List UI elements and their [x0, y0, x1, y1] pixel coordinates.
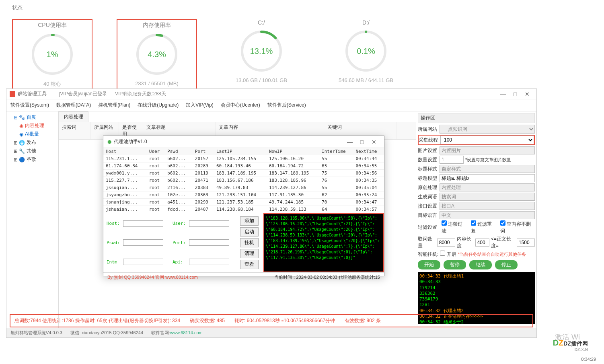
tab-content[interactable]: 内容处理: [59, 111, 88, 122]
iface-input[interactable]: [440, 202, 535, 210]
orig-label: 原创处理: [418, 184, 438, 191]
filter-label: 过滤设置: [418, 224, 438, 231]
minimize-button[interactable]: —: [497, 91, 509, 97]
titlemodel-label: 标题模型: [418, 175, 438, 182]
count-input[interactable]: [440, 156, 464, 164]
wordcount-input[interactable]: [437, 239, 455, 247]
contlen-input[interactable]: [475, 239, 489, 247]
proxy-add-button[interactable]: 添加: [240, 216, 259, 226]
proxy-row[interactable]: jshuaian....rootfdcd...20407114.238.68.1…: [103, 206, 384, 213]
proxy-api-input[interactable]: [189, 259, 229, 265]
titlestyle-input[interactable]: [440, 165, 535, 173]
stats-c: 耗时: 604.0529813秒 ≈10.0675498366667分钟: [234, 317, 335, 324]
stats-a: 总词数:7944 使用统计:1786 操作超时: 65次 代理出错(服务器切换I…: [14, 317, 180, 324]
genword-input[interactable]: [440, 193, 535, 201]
bottom-stats: 总词数:7944 使用统计:1786 操作超时: 65次 代理出错(服务器切换I…: [10, 314, 533, 327]
proxy-row[interactable]: jsnanjing...roota451...20299121.237.53.1…: [103, 199, 384, 206]
proxy-row[interactable]: jsyangzho...root102e...20363121.233.151.…: [103, 191, 384, 199]
proxy-col-User: User: [147, 148, 165, 155]
proxy-row[interactable]: ywdx001.y...rootb602...20119183.147.189.…: [103, 170, 384, 177]
tree-ai[interactable]: ◉ AI批量: [8, 130, 57, 138]
iface-label: 接口设置: [418, 203, 438, 210]
menu-item[interactable]: 在线升级(Upgrade): [138, 102, 179, 109]
menu-item[interactable]: 软件设置(System): [10, 102, 49, 109]
tree-baidu[interactable]: ⊟ 🐾 百度: [8, 113, 57, 121]
right-panel: 操作区 所属网站一点知识网 采集线程100 图片设置 数量设置*设置每篇文章图片…: [416, 111, 536, 328]
menu-item[interactable]: 数据管理(DATA): [56, 102, 91, 109]
proxy-host-input[interactable]: [123, 220, 163, 227]
stop-button[interactable]: 停止: [495, 260, 518, 269]
menu-item[interactable]: 加入VIP(Vip): [186, 102, 213, 109]
gauge-C:/: C:/13.1%13.06 GB / 100.01 GB: [221, 19, 302, 90]
proxy-intm-label: Intm: [107, 259, 120, 265]
tree-content[interactable]: ◉ 内容处理: [8, 121, 57, 130]
titlemodel-input[interactable]: [440, 174, 535, 182]
user-status: [VIP会员]wujian已登录: [59, 90, 107, 97]
titlebar: 群站管理工具 [VIP会员]wujian已登录 VIP剩余服务天数:288天 —…: [6, 89, 536, 99]
img-input[interactable]: [440, 146, 535, 154]
menu-item[interactable]: 会员中心(Ucenter): [221, 102, 260, 109]
proxy-table: HostUserPswdPortLastIPNowIPInterTimeNext…: [103, 148, 384, 213]
close-button[interactable]: ✕: [521, 91, 533, 97]
site-select[interactable]: 一点知识网: [440, 125, 535, 134]
filter-cb-a[interactable]: 违禁过滤: [442, 220, 467, 234]
proxy-icon: ⬢: [107, 139, 111, 145]
stats-b: 确实没数据: 485: [190, 317, 225, 324]
tree-publish[interactable]: ⊞ 🌐 发布: [8, 138, 57, 147]
menu-item[interactable]: 软件售后(Service): [267, 102, 306, 109]
start-button[interactable]: 开始: [418, 260, 440, 269]
proxy-api-label: Api:: [173, 259, 186, 265]
maximize-button[interactable]: □: [509, 91, 521, 97]
proxy-maximize[interactable]: □: [356, 139, 368, 145]
status-site-link[interactable]: www.68114.com: [170, 330, 203, 335]
lang-input[interactable]: [440, 211, 535, 219]
proxy-user-input[interactable]: [189, 220, 229, 227]
gauges-row: CPU使用率1%40 核心内存使用率4.3%2831 / 65501 (MB)C…: [12, 15, 592, 94]
proxy-row[interactable]: jssuqian....root2f16...2038349.89.179.83…: [103, 184, 384, 191]
pause-button[interactable]: 暂停: [444, 260, 466, 269]
sidebar-tree: ⊟ 🐾 百度 ◉ 内容处理 ◉ AI批量 ⊞ 🌐 发布 ⊞ 🔧 其他 ⊞ 🔵 谷…: [6, 111, 59, 328]
proxy-close[interactable]: ✕: [368, 139, 380, 145]
proxy-port-label: Port:: [173, 240, 186, 245]
proxy-row[interactable]: 115.231.1...rootb602...20157125.105.234.…: [103, 155, 384, 162]
status-wx: 微信: xiaodaoyu2015 QQ:359946244: [70, 330, 143, 336]
dz-logo: DZDZ插件网DZ-X.N: [553, 338, 588, 352]
tree-other[interactable]: ⊞ 🔧 其他: [8, 147, 57, 155]
proxy-view-button[interactable]: 查看: [240, 260, 259, 269]
proxy-log: \"183.128.185.96\",\"UsageCount\":58},{\…: [263, 213, 384, 272]
resume-button[interactable]: 继续: [469, 260, 492, 269]
proxy-minimize[interactable]: —: [344, 139, 356, 145]
filter-cb-b[interactable]: 过滤重复: [471, 220, 496, 234]
filter-cb-c[interactable]: 空内容不删词: [500, 220, 535, 234]
bodylen-input[interactable]: [517, 239, 535, 247]
proxy-pswd-label: Pswd:: [107, 240, 120, 245]
proxy-hang-button[interactable]: 挂机: [240, 238, 259, 247]
app-title: 群站管理工具: [18, 90, 47, 97]
proxy-pswd-input[interactable]: [123, 239, 163, 246]
proxy-row[interactable]: 61.174.60.34rootb602...2028960.184.193.4…: [103, 162, 384, 170]
proxy-footer-right: 当前时间：2024-03-02 00:34:33 代理池服务器统计:15: [274, 274, 380, 280]
menu-item[interactable]: 挂机管理(Plan): [98, 102, 130, 109]
app-icon: [10, 91, 15, 97]
proxy-row[interactable]: 115.227.7...rootb602...20471183.156.67.1…: [103, 177, 384, 184]
count-label: 数量设置: [418, 156, 438, 163]
contlen-label: 内容长度: [457, 236, 474, 249]
auto-checkbox[interactable]: 开启: [440, 251, 456, 258]
lang-label: 目标语言: [418, 212, 438, 219]
gauge-D:/: D:/0.1%546.60 MB / 644.11 GB: [326, 19, 406, 90]
wordcount-label: 取词数量: [418, 236, 436, 249]
threads-select[interactable]: 100: [440, 136, 534, 144]
auto-note: *当前任务结束会自动运行其他任务: [458, 251, 526, 257]
proxy-col-NextTime: NextTime: [353, 148, 384, 155]
tree-google[interactable]: ⊞ 🔵 谷歌: [8, 155, 57, 164]
proxy-intm-input[interactable]: [123, 259, 163, 265]
proxy-col-InterTime: InterTime: [319, 148, 353, 155]
proxy-col-LastIP: LastIP: [214, 148, 267, 155]
proxy-start-button[interactable]: 启动: [240, 227, 259, 236]
vip-days: VIP剩余服务天数:288天: [115, 90, 166, 97]
proxy-port-input[interactable]: [189, 239, 229, 246]
proxy-clear-button[interactable]: 清理: [240, 249, 259, 258]
proxy-col-Pswd: Pswd: [165, 148, 193, 155]
genword-label: 生成词语: [418, 193, 438, 200]
orig-input[interactable]: [440, 183, 535, 191]
